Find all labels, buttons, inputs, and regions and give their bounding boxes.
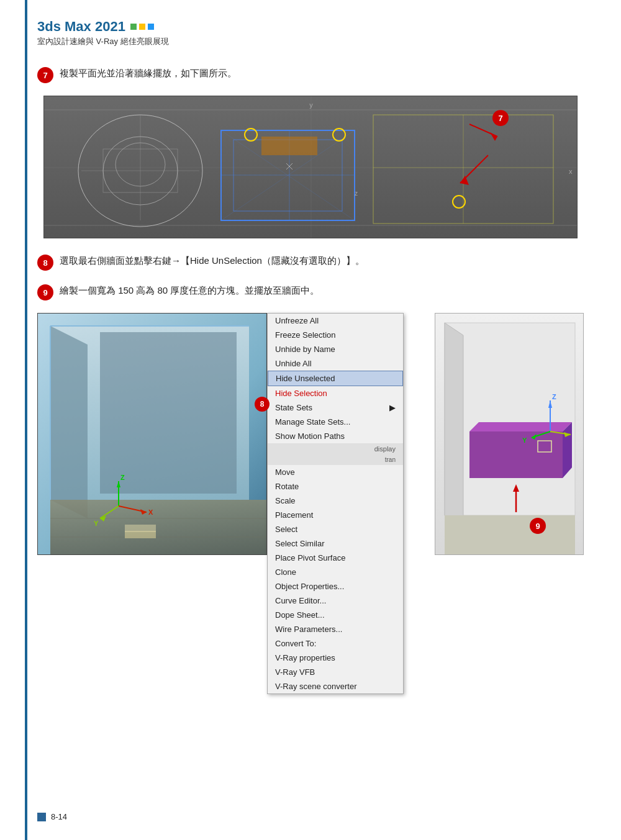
svg-marker-56 <box>445 323 463 528</box>
menu-place-pivot-surface[interactable]: Place Pivot Surface <box>268 551 403 565</box>
svg-line-25 <box>460 155 488 183</box>
step8-badge: 8 <box>37 255 53 271</box>
menu-unfreeze-all[interactable]: Unfreeze All <box>268 314 403 328</box>
menu-vray-scene-converter[interactable]: V-Ray scene converter <box>268 679 403 693</box>
svg-point-3 <box>103 137 178 205</box>
menu-hide-unselected[interactable]: Hide Unselected <box>268 371 403 386</box>
svg-marker-50 <box>140 509 147 515</box>
menu-unhide-by-name[interactable]: Unhide by Name <box>268 342 403 356</box>
menu-vray-properties[interactable]: V-Ray properties <box>268 651 403 665</box>
svg-rect-52 <box>125 531 156 538</box>
page-footer: 8-14 <box>37 812 67 821</box>
app-title: 3ds Max 2021 <box>37 19 125 35</box>
menu-placement[interactable]: Placement <box>268 508 403 522</box>
menu-clone[interactable]: Clone <box>268 565 403 579</box>
svg-marker-44 <box>117 481 120 487</box>
svg-point-4 <box>116 143 165 186</box>
svg-rect-14 <box>261 137 317 155</box>
step7-badge: 7 <box>37 67 53 83</box>
step7-text: 複製平面光並沿著牆緣擺放，如下圖所示。 <box>60 66 584 81</box>
svg-rect-5 <box>103 149 178 192</box>
menu-wire-parameters[interactable]: Wire Parameters... <box>268 622 403 636</box>
svg-text:y: y <box>309 101 313 109</box>
svg-marker-24 <box>490 132 497 141</box>
footer-square-icon <box>37 813 46 821</box>
step8-row: 8 選取最右側牆面並點擊右鍵→【Hide UnSelection（隱藏沒有選取的… <box>37 253 584 271</box>
menu-select-similar[interactable]: Select Similar <box>268 536 403 551</box>
page-number: 8-14 <box>51 812 67 821</box>
svg-line-46 <box>100 506 119 518</box>
svg-line-18 <box>286 163 292 169</box>
menu-vray-vfb[interactable]: V-Ray VFB <box>268 665 403 679</box>
menu-convert-to[interactable]: Convert To: <box>268 636 403 651</box>
menu-move[interactable]: Move <box>268 465 403 479</box>
svg-marker-59 <box>469 422 572 431</box>
svg-marker-47 <box>100 516 106 522</box>
left-viewport: Z Y X <box>37 313 267 555</box>
menu-object-properties[interactable]: Object Properties... <box>268 579 403 594</box>
header-title-row: 3ds Max 2021 <box>37 19 584 35</box>
yellow-square-icon <box>139 24 145 30</box>
step9-text: 繪製一個寬為 150 高為 80 厚度任意的方塊。並擺放至牆面中。 <box>60 283 584 298</box>
step8-section: 8 選取最右側牆面並點擊右鍵→【Hide UnSelection（隱藏沒有選取的… <box>37 253 584 271</box>
svg-rect-9 <box>233 140 342 211</box>
svg-text:X: X <box>148 508 153 516</box>
svg-point-17 <box>453 196 465 208</box>
context-menu: Unfreeze All Freeze Selection Unhide by … <box>267 313 404 694</box>
menu-manage-state-sets[interactable]: Manage State Sets... <box>268 415 403 429</box>
menu-rotate[interactable]: Rotate <box>268 479 403 494</box>
svg-marker-57 <box>445 515 575 554</box>
green-square-icon <box>130 24 137 30</box>
menu-select[interactable]: Select <box>268 522 403 536</box>
svg-rect-20 <box>373 115 553 224</box>
svg-line-49 <box>119 506 147 512</box>
svg-text:9: 9 <box>535 522 540 531</box>
svg-text:Z: Z <box>120 474 125 481</box>
svg-line-19 <box>286 163 292 169</box>
bottom-section: Z Y X 8 Unfreeze All <box>37 313 584 555</box>
svg-marker-26 <box>460 176 469 185</box>
svg-text:z: z <box>355 190 358 197</box>
svg-text:Y: Y <box>522 436 527 444</box>
menu-display-header: display <box>268 443 403 454</box>
menu-tran-header: tran <box>268 454 403 465</box>
menu-show-motion-paths[interactable]: Show Motion Paths <box>268 429 403 443</box>
menu-dope-sheet[interactable]: Dope Sheet... <box>268 608 403 622</box>
svg-point-15 <box>245 129 257 141</box>
top-viewport: 7 y x z <box>43 96 578 238</box>
menu-curve-editor[interactable]: Curve Editor... <box>268 594 403 608</box>
header-squares <box>130 24 154 30</box>
viewport-inner: 7 y x z <box>44 96 577 238</box>
svg-line-23 <box>469 124 497 137</box>
step9-section: 9 繪製一個寬為 150 高為 80 厚度任意的方塊。並擺放至牆面中。 <box>37 283 584 300</box>
step7-row: 7 複製平面光並沿著牆緣擺放，如下圖所示。 <box>37 66 584 83</box>
menu-unhide-all[interactable]: Unhide All <box>268 356 403 371</box>
step9-row: 9 繪製一個寬為 150 高為 80 厚度任意的方塊。並擺放至牆面中。 <box>37 283 584 300</box>
svg-marker-37 <box>50 500 266 554</box>
viewport-svg: 7 y x z <box>44 96 577 238</box>
svg-rect-53 <box>125 525 156 532</box>
step8-text: 選取最右側牆面並點擊右鍵→【Hide UnSelection（隱藏沒有選取的）】… <box>60 253 584 268</box>
arrow-icon: ▶ <box>389 403 396 412</box>
svg-marker-35 <box>50 326 249 500</box>
menu-state-sets[interactable]: State Sets ▶ <box>268 400 403 415</box>
svg-rect-40 <box>100 332 237 494</box>
svg-text:x: x <box>569 168 573 175</box>
step7-section: 7 複製平面光並沿著牆緣擺放，如下圖所示。 <box>37 66 584 83</box>
svg-point-16 <box>333 129 345 141</box>
right-render: Z Y 9 <box>435 313 584 555</box>
svg-rect-55 <box>445 323 575 515</box>
svg-text:Y: Y <box>94 520 99 527</box>
svg-rect-8 <box>221 130 355 220</box>
badge8-overlay: 8 <box>255 397 270 412</box>
header: 3ds Max 2021 室內設計速繪與 V-Ray 絕佳亮眼展現 <box>37 19 584 47</box>
menu-freeze-selection[interactable]: Freeze Selection <box>268 328 403 342</box>
svg-marker-36 <box>50 326 88 518</box>
svg-line-13 <box>221 130 355 220</box>
menu-scale[interactable]: Scale <box>268 494 403 508</box>
svg-text:7: 7 <box>498 114 502 123</box>
menu-hide-selection[interactable]: Hide Selection <box>268 386 403 400</box>
left-viewport-svg: Z Y X <box>38 314 266 554</box>
svg-rect-34 <box>38 314 266 554</box>
app-subtitle: 室內設計速繪與 V-Ray 絕佳亮眼展現 <box>37 36 584 47</box>
